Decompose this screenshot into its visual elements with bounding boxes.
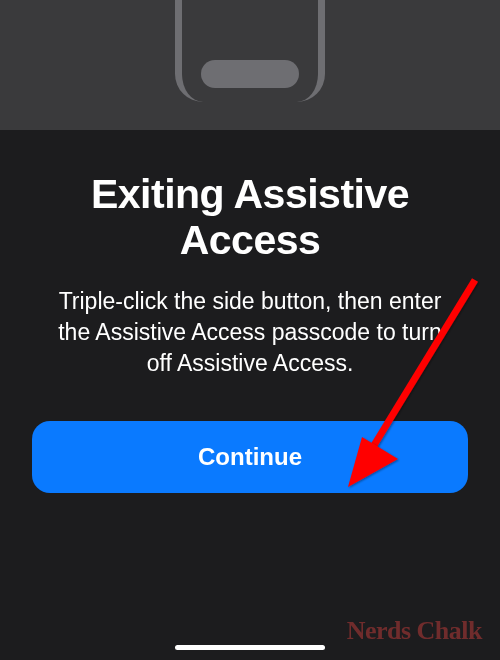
dialog-title: Exiting Assistive Access	[28, 172, 472, 264]
dialog-content: Exiting Assistive Access Triple-click th…	[0, 130, 500, 493]
watermark-text: Nerds Chalk	[347, 616, 482, 646]
top-illustration-bar	[0, 0, 500, 130]
phone-side-button-icon	[201, 60, 299, 88]
phone-outline-icon	[175, 0, 325, 102]
dialog-description: Triple-click the side button, then enter…	[28, 286, 472, 379]
continue-button[interactable]: Continue	[32, 421, 468, 493]
home-indicator	[175, 645, 325, 650]
